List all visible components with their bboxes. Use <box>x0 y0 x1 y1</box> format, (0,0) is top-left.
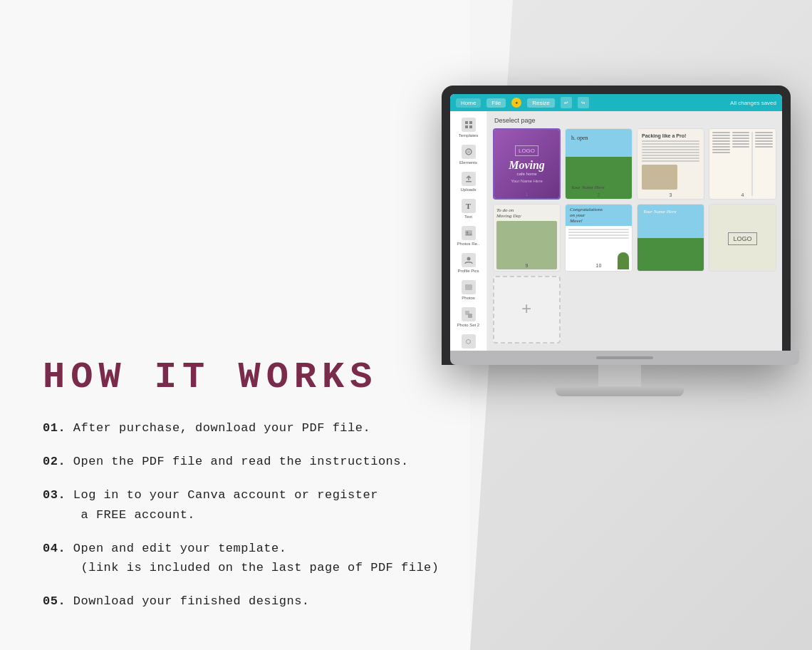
sidebar-text-label: Text <box>464 215 472 219</box>
sidebar-photos-re-label: Photos Re.. <box>457 242 479 246</box>
template-thumb-3[interactable]: Packing like a Pro! 3 <box>637 128 704 200</box>
thumb9-img <box>496 221 557 269</box>
monitor: Home File ★ Resize ↩ ↪ All changes saved… <box>442 86 791 365</box>
profile-pics-icon <box>462 253 476 267</box>
step-2: 02. Open the PDF file and read the instr… <box>43 452 456 471</box>
thumb4-col1 <box>712 132 730 196</box>
thumb9-title: To do onMoving Day <box>496 207 557 219</box>
monitor-screen: Home File ★ Resize ↩ ↪ All changes saved… <box>450 94 782 351</box>
thumb10-num: 10 <box>596 263 602 268</box>
thumb3-title: Packing like a Pro! <box>642 133 699 138</box>
sidebar-assets-label: Assets <box>462 350 474 351</box>
left-content: HOW IT WORKS 01. After purchase, downloa… <box>43 356 456 625</box>
sidebar-item-uploads[interactable]: Uploads <box>450 168 486 195</box>
svg-rect-1 <box>469 121 472 124</box>
how-it-works-heading: HOW IT WORKS <box>43 356 456 398</box>
plus-icon: + <box>521 300 531 319</box>
template-thumb-2[interactable]: h. open Your Name Here 2 <box>565 128 633 200</box>
sidebar-item-elements[interactable]: Elements <box>450 141 486 168</box>
step-2-text: Open the PDF file and read the instructi… <box>73 455 409 468</box>
text-icon: T <box>462 199 476 213</box>
sidebar-item-templates[interactable]: Templates <box>450 114 486 141</box>
thumb1-logo: LOGO <box>515 145 538 156</box>
svg-rect-3 <box>469 125 472 128</box>
thumb1-moving-text: Moving <box>509 159 545 172</box>
thumb4-col3 <box>755 132 773 196</box>
thumb10-body <box>566 226 632 243</box>
thumb3-image <box>642 165 677 190</box>
step-5-num: 05. <box>43 594 66 608</box>
steps-list: 01. After purchase, download your PDF fi… <box>43 418 456 611</box>
photos-icon <box>462 280 476 294</box>
template-thumb-9[interactable]: To do onMoving Day 9 <box>493 204 561 272</box>
thumb2-num: 2 <box>598 192 600 197</box>
thumb2-name: Your Name Here <box>571 185 605 190</box>
canva-resize-star-icon: ★ <box>511 98 521 108</box>
step-5-text: Download your finished designs. <box>73 594 310 608</box>
template-thumb-logo[interactable]: LOGO <box>709 204 776 272</box>
sidebar-item-text[interactable]: T Text <box>450 195 486 222</box>
canva-redo-btn[interactable]: ↪ <box>578 97 589 108</box>
svg-rect-0 <box>465 121 468 124</box>
uploads-icon <box>462 172 476 186</box>
sidebar-templates-label: Templates <box>459 133 478 138</box>
thumb9-bg: To do onMoving Day <box>494 205 560 272</box>
template-thumb-1[interactable]: LOGO Moving cafe home Your Name Here 1 <box>493 128 561 200</box>
elements-icon <box>462 145 476 159</box>
sidebar-photos-label: Photos <box>462 296 475 300</box>
sidebar-item-photos-re[interactable]: Photos Re.. <box>450 222 486 249</box>
photo-set2-icon <box>462 307 476 321</box>
canva-topbar: Home File ★ Resize ↩ ↪ All changes saved <box>450 94 782 111</box>
template-grid-row1: LOGO Moving cafe home Your Name Here 1 h… <box>493 128 776 200</box>
thumb1-num: 1 <box>526 192 529 197</box>
step-3: 03. Log in to your Canva account or regi… <box>43 485 456 524</box>
thumb2-bg: h. open Your Name Here <box>566 129 632 199</box>
thumb-logo-text: LOGO <box>728 232 756 245</box>
thumb1-subtext: cafe home <box>516 172 536 176</box>
svg-rect-2 <box>465 125 468 128</box>
template-thumb-10[interactable]: Congratulationson yourMove! 10 <box>565 204 633 272</box>
thumb4-num: 4 <box>741 192 744 197</box>
step-4: 04. Open and edit your template. (link i… <box>43 539 456 577</box>
step-2-num: 02. <box>43 455 66 468</box>
thumb1-name-text: Your Name Here <box>511 179 542 183</box>
sidebar-elements-label: Elements <box>459 160 477 165</box>
canva-undo-btn[interactable]: ↩ <box>561 97 572 108</box>
monitor-chin <box>596 356 653 359</box>
photos-re-icon <box>462 226 476 240</box>
monitor-neck <box>598 365 641 386</box>
thumb1-bg: LOGO Moving cafe home Your Name Here <box>494 130 559 198</box>
canva-resize-btn[interactable]: Resize <box>527 98 554 108</box>
thumb-sky-bg: Your Name Here <box>637 205 704 272</box>
canva-body: Templates Elements Uploads <box>450 111 782 351</box>
canva-sidebar: Templates Elements Uploads <box>450 111 487 351</box>
step-4-num: 04. <box>43 542 66 555</box>
step-3-num: 03. <box>43 488 66 502</box>
template-thumb-sky[interactable]: Your Name Here <box>637 204 704 272</box>
template-thumb-4[interactable]: 4 <box>709 128 776 200</box>
canva-home-btn[interactable]: Home <box>456 98 481 108</box>
sidebar-item-photo-set2[interactable]: Photo Set 2 <box>450 304 486 331</box>
sidebar-item-assets[interactable]: ⬡ Assets <box>450 331 486 351</box>
sidebar-profile-pics-label: Profile Pics <box>457 269 479 273</box>
included-text: included <box>150 561 211 574</box>
thumb4-col2 <box>732 132 750 196</box>
sidebar-item-profile-pics[interactable]: Profile Pics <box>450 249 486 277</box>
step-3-text: Log in to your Canva account or register… <box>43 488 378 521</box>
assets-icon: ⬡ <box>462 334 476 349</box>
thumb10-bg: Congratulationson yourMove! <box>566 205 632 272</box>
sidebar-item-photos[interactable]: Photos <box>450 277 486 304</box>
template-grid-row2: To do onMoving Day 9 Congratulationson y… <box>493 204 776 272</box>
monitor-wrapper: Home File ★ Resize ↩ ↪ All changes saved… <box>442 86 798 396</box>
thumb4-bg <box>709 129 776 199</box>
svg-rect-10 <box>465 284 472 290</box>
svg-rect-12 <box>468 314 472 318</box>
add-template-btn[interactable]: + <box>493 276 561 344</box>
canva-deselect-label[interactable]: Deselect page <box>493 117 776 124</box>
step-5: 05. Download your finished designs. <box>43 592 456 611</box>
thumb2-title: h. open <box>571 135 588 141</box>
thumb10-header: Congratulationson yourMove! <box>566 205 632 226</box>
monitor-base <box>556 386 684 396</box>
sidebar-photo-set2-label: Photo Set 2 <box>457 323 479 327</box>
canva-file-btn[interactable]: File <box>486 98 506 108</box>
